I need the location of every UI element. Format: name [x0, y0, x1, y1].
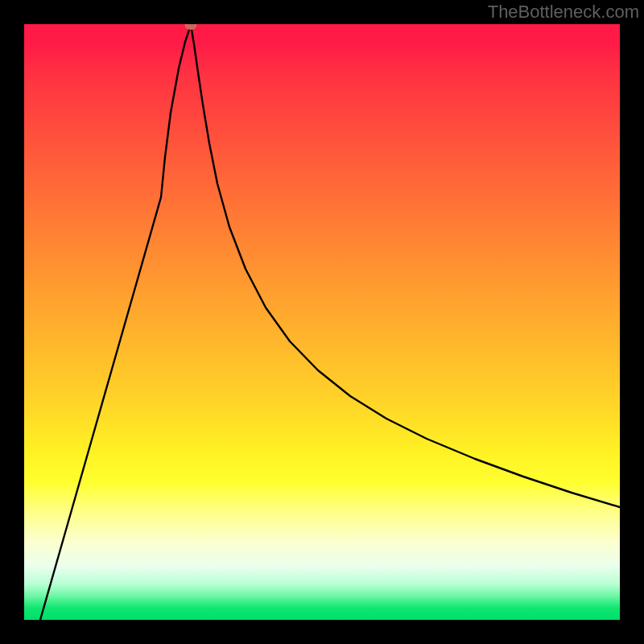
- curve-right-branch: [191, 25, 620, 507]
- watermark-text: TheBottleneck.com: [488, 2, 639, 23]
- curve-left-branch: [40, 25, 191, 620]
- chart-frame: TheBottleneck.com: [0, 0, 644, 644]
- plot-area: [24, 24, 620, 620]
- bottleneck-curve: [24, 24, 620, 620]
